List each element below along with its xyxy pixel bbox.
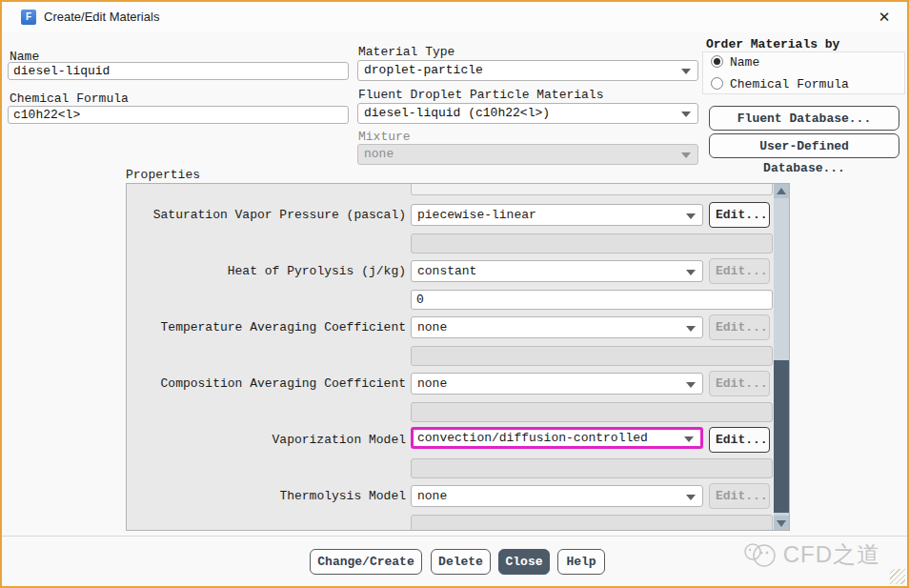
scrollbar-thumb[interactable]	[774, 360, 789, 513]
radio-unselected-icon	[711, 77, 723, 90]
thermolysis-model-select[interactable]: none	[411, 485, 703, 507]
footer-divider	[2, 536, 907, 537]
close-button[interactable]: Close	[498, 549, 550, 575]
temperature-averaging-coefficient-select[interactable]: none	[411, 316, 703, 338]
chemical-formula-label: Chemical Formula	[10, 91, 129, 106]
property-value: piecewise-linear	[417, 208, 536, 222]
name-input[interactable]: diesel-liquid	[8, 62, 349, 80]
scroll-up-icon[interactable]	[774, 184, 789, 198]
resize-grip[interactable]	[890, 569, 905, 584]
property-label: Vaporization Model	[127, 429, 406, 451]
property-value: none	[417, 489, 447, 503]
help-button[interactable]: Help	[557, 549, 605, 575]
user-defined-database-button[interactable]: User-Defined Database...	[709, 133, 899, 158]
mixture-label: Mixture	[358, 130, 411, 144]
composition-averaging-coefficient-select[interactable]: none	[411, 373, 703, 395]
clipped-top-input	[411, 183, 773, 195]
watermark-text: CFD之道	[783, 541, 880, 567]
create-edit-materials-dialog: F Create/Edit Materials ✕ Name diesel-li…	[0, 0, 909, 588]
thermolysis-model-edit-button: Edit...	[709, 483, 770, 509]
mixture-select: none	[357, 144, 698, 165]
radio-label: Name	[730, 55, 759, 70]
fluent-materials-label: Fluent Droplet Particle Materials	[358, 88, 603, 102]
property-label: Thermolysis Model	[127, 485, 406, 507]
heat-of-pyrolysis-select[interactable]: constant	[411, 260, 703, 282]
chevron-down-icon	[681, 152, 691, 158]
chevron-down-icon	[686, 495, 696, 500]
material-type-value: droplet-particle	[364, 63, 483, 77]
fluent-app-icon: F	[21, 10, 36, 25]
property-label: Composition Averaging Coefficient	[127, 373, 406, 395]
cfd-logo-icon	[741, 540, 779, 569]
composition-averaging-sub-input	[411, 402, 773, 422]
close-icon[interactable]: ✕	[875, 8, 894, 27]
watermark: CFD之道	[741, 539, 880, 570]
property-value: constant	[417, 264, 476, 278]
heat-of-pyrolysis-edit-button: Edit...	[709, 258, 770, 284]
properties-panel: Saturation Vapor Pressure (pascal) piece…	[126, 183, 790, 531]
chevron-down-icon	[686, 382, 696, 388]
clipped-bottom-input	[411, 515, 773, 531]
material-type-label: Material Type	[358, 45, 454, 59]
property-label: Saturation Vapor Pressure (pascal)	[127, 204, 406, 226]
composition-averaging-edit-button: Edit...	[709, 371, 770, 396]
chemical-formula-input[interactable]: c10h22<l>	[8, 106, 349, 124]
vaporization-model-select[interactable]: convection/diffusion-controlled	[411, 427, 703, 449]
chevron-down-icon	[686, 213, 696, 219]
order-materials-by-label: Order Materials by	[706, 37, 839, 51]
chevron-down-icon	[684, 436, 694, 442]
material-type-select[interactable]: droplet-particle	[357, 60, 698, 81]
radio-selected-icon	[711, 55, 723, 68]
title-bar: F Create/Edit Materials ✕	[2, 2, 907, 32]
temperature-averaging-edit-button: Edit...	[709, 314, 770, 340]
chevron-down-icon	[681, 69, 691, 74]
radio-label: Chemical Formula	[730, 77, 849, 91]
vaporization-model-edit-button[interactable]: Edit...	[709, 427, 770, 453]
property-value: convection/diffusion-controlled	[417, 431, 648, 445]
properties-scrollbar[interactable]	[774, 184, 789, 530]
mixture-value: none	[364, 147, 394, 161]
property-value: none	[417, 320, 447, 335]
chevron-down-icon	[686, 270, 696, 275]
order-materials-radio-group: Name Chemical Formula	[702, 51, 905, 94]
heat-of-pyrolysis-value-input[interactable]: 0	[411, 290, 773, 310]
chevron-down-icon	[681, 112, 691, 117]
property-label: Temperature Averaging Coefficient	[127, 316, 406, 338]
radio-order-by-name[interactable]: Name	[711, 55, 904, 74]
temperature-averaging-sub-input	[411, 346, 773, 366]
change-create-button[interactable]: Change/Create	[310, 549, 422, 575]
radio-order-by-chemical-formula[interactable]: Chemical Formula	[711, 77, 904, 96]
property-value: none	[417, 376, 447, 391]
saturation-vapor-pressure-edit-button[interactable]: Edit...	[709, 202, 770, 228]
chevron-down-icon	[686, 326, 696, 332]
delete-button[interactable]: Delete	[431, 549, 491, 575]
scroll-down-icon[interactable]	[774, 516, 789, 530]
saturation-vapor-pressure-select[interactable]: piecewise-linear	[411, 204, 703, 226]
properties-label: Properties	[126, 168, 200, 182]
dialog-title: Create/Edit Materials	[44, 10, 159, 24]
fluent-materials-value: diesel-liquid (c10h22<l>)	[364, 106, 550, 120]
fluent-database-button[interactable]: Fluent Database...	[709, 106, 899, 131]
property-label: Heat of Pyrolysis (j/kg)	[127, 260, 406, 282]
saturation-sub-input	[411, 233, 773, 253]
fluent-droplet-particle-materials-select[interactable]: diesel-liquid (c10h22<l>)	[357, 103, 698, 124]
vaporization-sub-input	[411, 458, 773, 478]
